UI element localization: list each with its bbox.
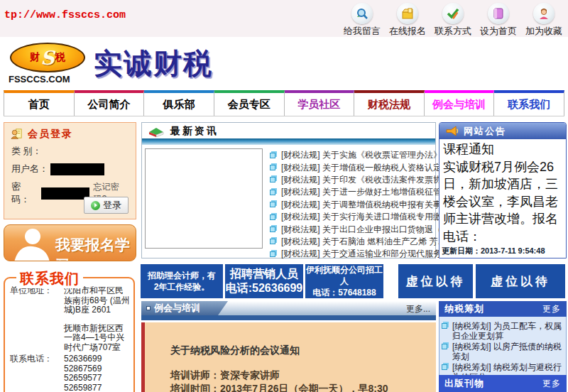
signup-icon — [397, 3, 418, 24]
site-announcement-box: 网站公告 课程通知 实诚财税7月例会26日，新加坡酒店，三楼会议室，李凤昌老师主… — [439, 122, 567, 258]
topbar-link-favorite[interactable]: 加为收藏 — [521, 1, 567, 38]
nav-item-home[interactable]: 首页 — [4, 90, 75, 116]
announcement-body: 课程通知 实诚财税7月例会26日，新加坡酒店，三楼会议室，李凤昌老师主讲营改增。… — [439, 139, 566, 245]
nav-label: 首页 — [28, 98, 50, 111]
username-input[interactable] — [50, 163, 104, 175]
login-button-label: 登录 — [103, 199, 121, 212]
phone-number: 52659877 — [64, 383, 131, 392]
latest-news-section: 最新资讯 [财税法规] 关于实施《税收票证管理办法》若... [财税法规] 关于… — [141, 122, 436, 258]
tax-planning-item[interactable]: [纳税筹划] 为员工配车，权属归企业更划算 — [442, 322, 564, 341]
news-item[interactable]: [财税法规] 关于调整增值税纳税申报有关事项... — [270, 199, 457, 211]
login-username-row: 用户名： — [4, 160, 136, 178]
cube-icon — [270, 227, 275, 232]
nav-item-regulations[interactable]: 财税法规 — [354, 90, 425, 116]
square-bullet-icon — [146, 306, 151, 310]
meeting-time-line: 培训时间：2013年7月26日（会期一天），早8:30 — [170, 382, 419, 392]
banner-line: 虚位以待 — [406, 273, 466, 290]
topbar-link-contact[interactable]: 联系方式 — [430, 1, 476, 38]
tax-planning-more-link[interactable]: 更多 — [542, 303, 561, 315]
main-nav: 首页 公司简介 俱乐部 会员专区 学员社区 财税法规 例会与培训 联系我们 — [4, 90, 564, 116]
news-image-placeholder — [145, 148, 263, 249]
news-item[interactable]: [财税法规] 关于实施《税收票证管理办法》若... — [270, 149, 457, 161]
news-header: 最新资讯 — [142, 123, 435, 137]
banner-line: 电话:52636699 — [226, 281, 303, 295]
login-category-row: 类 别： — [4, 142, 136, 160]
topbar-link-message[interactable]: 给我留言 — [339, 1, 385, 38]
cube-icon — [442, 364, 447, 370]
password-input[interactable] — [41, 187, 90, 200]
news-item[interactable]: [财税法规] 关于增值税一般纳税人资格认定有... — [270, 161, 457, 173]
nav-item-training[interactable]: 例会与培训 — [425, 90, 495, 116]
topbar-link-label: 联系方式 — [435, 26, 471, 36]
announcement-title: 网站公告 — [464, 125, 506, 138]
banner-line: 虚位以待 — [491, 273, 550, 290]
contact-icon — [442, 3, 464, 24]
logo-oval[interactable]: 财 S 税 — [10, 43, 85, 72]
address-1: 沈阳市和平区民族南街68号 (温州城)B座 2601 — [64, 286, 131, 315]
category-label: 类 别： — [11, 145, 42, 158]
cube-icon — [270, 153, 275, 158]
news-item-text: [财税法规] 关于出口企业申报出口货物退（免... — [281, 224, 457, 236]
cube-icon — [270, 239, 275, 244]
nav-label: 公司简介 — [87, 98, 130, 111]
news-item-text: [财税法规] 关于实行海关进口增值税专用缴款... — [281, 211, 457, 223]
nav-item-club[interactable]: 俱乐部 — [144, 90, 214, 116]
address-values: 沈阳市和平区民族南街68号 (温州城)B座 2601 抚顺市新抚区西一路4—1号… — [64, 286, 131, 352]
banner-vacant-2[interactable]: 虚位以待 — [476, 264, 565, 298]
login-header: 会员登录 — [4, 123, 136, 142]
banner-line: 电话：57648188 — [312, 287, 376, 298]
nav-label: 财税法规 — [368, 98, 410, 111]
member-icon — [10, 127, 23, 141]
login-button[interactable]: 登录 — [84, 197, 129, 214]
homepage-icon — [488, 3, 509, 24]
tax-planning-item-text: [纳税筹划] 为员工配车，权属归企业更划算 — [452, 322, 564, 341]
news-item[interactable]: [财税法规] 关于石脑油 燃料油生产乙烯 芳... — [270, 236, 457, 248]
topbar-link-label: 加为收藏 — [525, 26, 562, 36]
cube-icon — [270, 190, 275, 195]
nav-item-company[interactable]: 公司简介 — [75, 90, 145, 116]
news-item[interactable]: [财税法规] 关于出口企业申报出口货物退（免... — [270, 223, 457, 235]
topbar-link-homepage[interactable]: 设为首页 — [476, 1, 521, 38]
address-2: 抚顺市新抚区西一路4—1号中兴时代广场707室 — [64, 324, 131, 353]
meeting-header: 例会与培训 更多... — [141, 301, 436, 315]
banner-vacant-1[interactable]: 虚位以待 — [398, 264, 473, 298]
password-label: 密 码： — [11, 180, 39, 206]
news-item-text: [财税法规] 关于增值税一般纳税人资格认定有... — [281, 162, 457, 174]
nav-item-contact[interactable]: 联系我们 — [494, 90, 564, 116]
contact-box: 联系我们 单位地址： 沈阳市和平区民族南街68号 (温州城)B座 2601 抚顺… — [4, 277, 135, 392]
meeting-lecturer-line: 培训讲师：资深专家讲师 — [170, 369, 419, 382]
news-item[interactable]: [财税法规] 关于交通运输业和部分现代服务业... — [270, 248, 457, 260]
tax-planning-item[interactable]: [纳税筹划] 以房产抵债的纳税筹划 — [442, 342, 564, 361]
news-item[interactable]: [财税法规] 关于印发《税收违法案件发票协查... — [270, 174, 457, 186]
news-item[interactable]: [财税法规] 关于进一步做好土地增值税征管工... — [270, 186, 457, 198]
meeting-more-link[interactable]: 更多... — [406, 303, 430, 315]
news-item-text: [财税法规] 关于石脑油 燃料油生产乙烯 芳... — [281, 236, 445, 248]
phone-row: 联系电话： 52636699 52867569 52659577 5265987… — [10, 354, 131, 392]
news-item[interactable]: [财税法规] 关于实行海关进口增值税专用缴款... — [270, 211, 457, 223]
nav-item-members[interactable]: 会员专区 — [214, 90, 285, 116]
phone-number: 52636699 — [64, 354, 131, 364]
announcement-header: 网站公告 — [439, 123, 566, 139]
logo-domain: FSSCCS.COM — [9, 74, 70, 85]
nav-label: 例会与培训 — [432, 98, 486, 111]
banner-ad-accountant[interactable]: 招助理会计师，有 2年工作经验。 — [141, 264, 223, 298]
banner-ad-yili[interactable]: 伊利抚顺分公司招工人 电话：57648188 — [305, 264, 383, 298]
banner-ads-row: 招助理会计师，有 2年工作经验。 招聘营销人员 电话:52636699 伊利抚顺… — [141, 264, 567, 298]
contact-body: 单位地址： 沈阳市和平区民族南街68号 (温州城)B座 2601 抚顺市新抚区西… — [5, 278, 133, 392]
topbar-link-label: 在线报名 — [389, 26, 426, 36]
phone-values: 52636699 52867569 52659577 52659877 1370… — [64, 354, 131, 392]
publications-more-link[interactable]: 更多 — [542, 378, 561, 390]
topbar: tp://www.fssccs.com 给我留言 在线报名 联系方式 设为首页 — [0, 0, 568, 37]
signup-banner[interactable]: 我要报名学习 — [4, 224, 136, 261]
nav-item-students[interactable]: 学员社区 — [285, 90, 355, 116]
meeting-notice-heading[interactable]: 关于纳税风险分析的会议通知 — [170, 344, 419, 357]
nav-label: 俱乐部 — [163, 98, 195, 111]
logo-s: S — [40, 48, 55, 67]
topbar-links: 给我留言 在线报名 联系方式 设为首页 加为收藏 — [339, 1, 567, 38]
cube-icon — [270, 165, 275, 170]
announcement-text: 实诚财税7月例会26日，新加坡酒店，三楼会议室，李凤昌老师主讲营改增。报名电话： — [443, 158, 562, 246]
person-silhouette-icon — [7, 227, 54, 261]
topbar-link-signup[interactable]: 在线报名 — [385, 1, 430, 38]
phone-label: 联系电话： — [10, 354, 64, 392]
banner-ad-marketing[interactable]: 招聘营销人员 电话:52636699 — [225, 264, 303, 298]
